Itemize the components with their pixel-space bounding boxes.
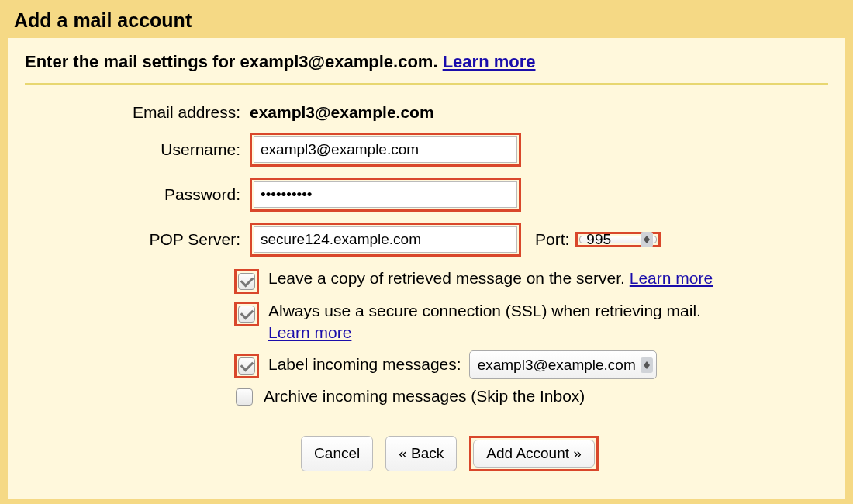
password-row: Password: [71, 178, 828, 212]
archive-label: Archive incoming messages (Skip the Inbo… [264, 387, 585, 405]
dialog-title: Add a mail account [14, 9, 839, 32]
dialog-header: Add a mail account [0, 0, 853, 38]
svg-marker-3 [644, 365, 650, 369]
button-row: Cancel « Back Add Account » [71, 436, 828, 471]
leave-copy-learn-more-link[interactable]: Learn more [630, 269, 713, 287]
cancel-button[interactable]: Cancel [301, 436, 373, 471]
label-incoming-checkbox[interactable] [238, 357, 255, 375]
label-incoming-highlight [234, 354, 259, 378]
ssl-text: Always use a secure connection (SSL) whe… [268, 300, 701, 344]
instruction-suffix: . [433, 52, 442, 71]
archive-chk-wrap [234, 387, 254, 407]
label-incoming-select-value: exampl3@example.com [478, 355, 636, 375]
leave-copy-highlight [234, 269, 259, 294]
leave-copy-checkbox[interactable] [238, 273, 255, 290]
archive-row: Archive incoming messages (Skip the Inbo… [71, 385, 828, 407]
archive-checkbox[interactable] [236, 388, 253, 406]
instruction-prefix: Enter the mail settings for [25, 52, 240, 71]
leave-copy-row: Leave a copy of retrieved message on the… [71, 268, 828, 294]
select-arrows-icon [641, 357, 653, 373]
back-button[interactable]: « Back [385, 436, 457, 471]
ssl-label: Always use a secure connection (SSL) whe… [268, 302, 701, 319]
label-incoming-text: Label incoming messages: exampl3@example… [268, 350, 657, 380]
pop-server-row: POP Server: Port: 995 [71, 223, 828, 257]
username-row: Username: [71, 133, 828, 167]
add-account-button[interactable]: Add Account » [473, 440, 595, 468]
pop-server-highlight [250, 223, 521, 257]
pop-server-label: POP Server: [71, 230, 250, 249]
select-arrows-icon [641, 232, 653, 247]
svg-marker-1 [644, 240, 650, 243]
username-label: Username: [71, 140, 250, 159]
email-label: Email address: [71, 103, 250, 122]
form-area: Email address: exampl3@example.com Usern… [25, 103, 828, 471]
pop-server-input[interactable] [254, 226, 517, 253]
password-input[interactable] [254, 181, 517, 208]
instruction-text: Enter the mail settings for exampl3@exam… [25, 52, 828, 85]
email-row: Email address: exampl3@example.com [71, 103, 828, 122]
label-incoming-row: Label incoming messages: exampl3@example… [71, 350, 828, 380]
add-account-highlight: Add Account » [469, 436, 599, 471]
password-highlight [250, 178, 521, 212]
leave-copy-label: Leave a copy of retrieved message on the… [268, 269, 630, 287]
port-highlight: 995 [575, 232, 661, 247]
email-value: exampl3@example.com [250, 103, 434, 122]
label-incoming-label: Label incoming messages: [268, 354, 461, 375]
port-select[interactable]: 995 [579, 236, 657, 243]
instruction-email: exampl3@example.com [240, 52, 433, 71]
username-highlight [250, 133, 521, 167]
ssl-row: Always use a secure connection (SSL) whe… [71, 300, 828, 344]
label-incoming-select[interactable]: exampl3@example.com [469, 350, 657, 380]
ssl-learn-more-link[interactable]: Learn more [268, 323, 351, 341]
ssl-checkbox[interactable] [238, 306, 255, 323]
username-input[interactable] [254, 136, 517, 163]
archive-text: Archive incoming messages (Skip the Inbo… [264, 385, 585, 407]
leave-copy-text: Leave a copy of retrieved message on the… [268, 268, 713, 289]
password-label: Password: [71, 185, 250, 204]
ssl-highlight [234, 302, 259, 326]
port-label: Port: [535, 230, 569, 249]
dialog-content: Enter the mail settings for exampl3@exam… [8, 38, 845, 499]
instruction-learn-more-link[interactable]: Learn more [443, 52, 536, 71]
